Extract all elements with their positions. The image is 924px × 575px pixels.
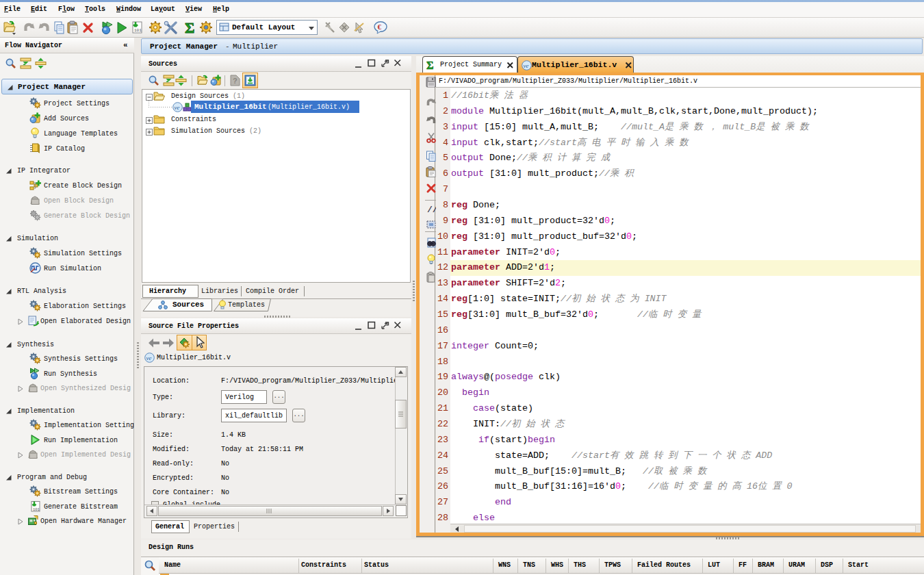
svg-text:€: € [378,23,382,31]
svg-text:101: 101 [134,28,142,33]
svg-text:ve: ve [146,355,152,361]
svg-text:Σ: Σ [426,60,433,71]
svg-text:?: ? [233,77,238,85]
svg-text://: // [427,205,437,214]
svg-text:Σ: Σ [185,20,194,35]
svg-text:ve: ve [175,104,180,111]
svg-text:101: 101 [33,507,40,512]
svg-text:ve: ve [524,62,529,69]
